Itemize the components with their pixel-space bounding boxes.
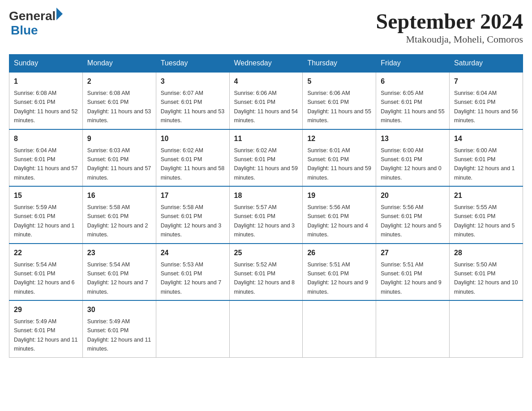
day-number: 24 [161,248,225,258]
header-day-monday: Monday [82,55,156,73]
day-info: Sunrise: 5:58 AMSunset: 6:01 PMDaylight:… [161,204,222,238]
day-number: 11 [234,133,298,144]
day-number: 18 [234,190,298,201]
calendar-cell: 11 Sunrise: 6:02 AMSunset: 6:01 PMDaylig… [229,129,303,187]
calendar-cell: 27 Sunrise: 5:51 AMSunset: 6:01 PMDaylig… [376,244,450,301]
calendar-cell: 8 Sunrise: 6:04 AMSunset: 6:01 PMDayligh… [9,129,83,187]
day-info: Sunrise: 6:02 AMSunset: 6:01 PMDaylight:… [234,147,298,181]
day-number: 21 [454,190,518,201]
day-info: Sunrise: 5:54 AMSunset: 6:01 PMDaylight:… [87,261,148,295]
day-number: 14 [454,133,518,144]
day-info: Sunrise: 6:05 AMSunset: 6:01 PMDaylight:… [381,90,444,124]
calendar-cell: 17 Sunrise: 5:58 AMSunset: 6:01 PMDaylig… [156,186,229,244]
header-row: SundayMondayTuesdayWednesdayThursdayFrid… [9,55,523,73]
day-info: Sunrise: 5:54 AMSunset: 6:01 PMDaylight:… [14,261,75,295]
calendar-cell: 3 Sunrise: 6:07 AMSunset: 6:01 PMDayligh… [156,72,229,129]
day-number: 9 [87,133,151,144]
calendar-cell: 24 Sunrise: 5:53 AMSunset: 6:01 PMDaylig… [156,244,229,301]
calendar-cell: 16 Sunrise: 5:58 AMSunset: 6:01 PMDaylig… [82,186,156,244]
day-number: 17 [161,190,225,201]
day-info: Sunrise: 5:58 AMSunset: 6:01 PMDaylight:… [87,204,148,238]
calendar-subtitle: Mtakoudja, Moheli, Comoros [376,34,523,45]
day-number: 10 [161,133,225,144]
logo-general: General [9,9,56,23]
header-day-sunday: Sunday [9,55,83,73]
week-row-5: 29 Sunrise: 5:49 AMSunset: 6:01 PMDaylig… [9,300,523,357]
day-info: Sunrise: 6:08 AMSunset: 6:01 PMDaylight:… [14,90,77,124]
day-number: 15 [14,190,78,201]
day-info: Sunrise: 5:51 AMSunset: 6:01 PMDaylight:… [307,261,368,295]
calendar-cell: 10 Sunrise: 6:02 AMSunset: 6:01 PMDaylig… [156,129,229,187]
page-header: General Blue September 2024 Mtakoudja, M… [9,9,523,45]
day-number: 8 [14,133,78,144]
calendar-cell: 25 Sunrise: 5:52 AMSunset: 6:01 PMDaylig… [229,244,303,301]
day-info: Sunrise: 5:56 AMSunset: 6:01 PMDaylight:… [307,204,368,238]
calendar-cell: 19 Sunrise: 5:56 AMSunset: 6:01 PMDaylig… [303,186,376,244]
logo: General Blue [9,9,63,38]
day-info: Sunrise: 5:59 AMSunset: 6:01 PMDaylight:… [14,204,75,238]
title-block: September 2024 Mtakoudja, Moheli, Comoro… [376,9,523,45]
header-day-saturday: Saturday [450,55,523,73]
day-info: Sunrise: 6:04 AMSunset: 6:01 PMDaylight:… [14,147,77,181]
calendar-title: September 2024 [376,9,523,34]
day-number: 5 [307,76,371,87]
calendar-cell: 9 Sunrise: 6:03 AMSunset: 6:01 PMDayligh… [82,129,156,187]
day-info: Sunrise: 5:49 AMSunset: 6:01 PMDaylight:… [87,318,151,352]
calendar-table: SundayMondayTuesdayWednesdayThursdayFrid… [9,54,523,358]
calendar-cell: 7 Sunrise: 6:04 AMSunset: 6:01 PMDayligh… [450,72,523,129]
day-number: 25 [234,248,298,258]
calendar-cell: 21 Sunrise: 5:55 AMSunset: 6:01 PMDaylig… [450,186,523,244]
day-info: Sunrise: 6:06 AMSunset: 6:01 PMDaylight:… [234,90,298,124]
header-day-tuesday: Tuesday [156,55,229,73]
day-info: Sunrise: 5:52 AMSunset: 6:01 PMDaylight:… [234,261,295,295]
day-number: 6 [381,76,445,87]
day-info: Sunrise: 5:55 AMSunset: 6:01 PMDaylight:… [454,204,515,238]
day-info: Sunrise: 6:07 AMSunset: 6:01 PMDaylight:… [161,90,224,124]
calendar-cell: 22 Sunrise: 5:54 AMSunset: 6:01 PMDaylig… [9,244,83,301]
calendar-cell [229,300,303,357]
week-row-3: 15 Sunrise: 5:59 AMSunset: 6:01 PMDaylig… [9,186,523,244]
calendar-cell: 2 Sunrise: 6:08 AMSunset: 6:01 PMDayligh… [82,72,156,129]
day-number: 22 [14,248,78,258]
logo-blue: Blue [11,23,63,38]
week-row-1: 1 Sunrise: 6:08 AMSunset: 6:01 PMDayligh… [9,72,523,129]
day-number: 12 [307,133,371,144]
day-number: 20 [381,190,445,201]
calendar-cell: 18 Sunrise: 5:57 AMSunset: 6:01 PMDaylig… [229,186,303,244]
header-day-wednesday: Wednesday [229,55,303,73]
day-number: 27 [381,248,445,258]
day-info: Sunrise: 5:50 AMSunset: 6:01 PMDaylight:… [454,261,518,295]
day-info: Sunrise: 5:49 AMSunset: 6:01 PMDaylight:… [14,318,77,352]
day-info: Sunrise: 5:57 AMSunset: 6:01 PMDaylight:… [234,204,295,238]
day-number: 29 [14,304,78,315]
calendar-cell [303,300,376,357]
logo-triangle-icon [56,8,63,20]
day-number: 2 [87,76,151,87]
day-info: Sunrise: 6:01 AMSunset: 6:01 PMDaylight:… [307,147,371,181]
header-day-friday: Friday [376,55,450,73]
calendar-cell: 26 Sunrise: 5:51 AMSunset: 6:01 PMDaylig… [303,244,376,301]
calendar-cell: 5 Sunrise: 6:06 AMSunset: 6:01 PMDayligh… [303,72,376,129]
day-info: Sunrise: 6:08 AMSunset: 6:01 PMDaylight:… [87,90,151,124]
calendar-cell: 20 Sunrise: 5:56 AMSunset: 6:01 PMDaylig… [376,186,450,244]
day-number: 1 [14,76,78,87]
calendar-cell: 23 Sunrise: 5:54 AMSunset: 6:01 PMDaylig… [82,244,156,301]
calendar-cell [450,300,523,357]
day-number: 19 [307,190,371,201]
day-number: 23 [87,248,151,258]
day-info: Sunrise: 5:53 AMSunset: 6:01 PMDaylight:… [161,261,222,295]
day-number: 4 [234,76,298,87]
calendar-cell: 6 Sunrise: 6:05 AMSunset: 6:01 PMDayligh… [376,72,450,129]
week-row-4: 22 Sunrise: 5:54 AMSunset: 6:01 PMDaylig… [9,244,523,301]
day-number: 7 [454,76,518,87]
calendar-cell: 1 Sunrise: 6:08 AMSunset: 6:01 PMDayligh… [9,72,83,129]
day-info: Sunrise: 6:03 AMSunset: 6:01 PMDaylight:… [87,147,151,181]
calendar-cell: 29 Sunrise: 5:49 AMSunset: 6:01 PMDaylig… [9,300,83,357]
day-info: Sunrise: 6:00 AMSunset: 6:01 PMDaylight:… [381,147,442,181]
calendar-cell: 12 Sunrise: 6:01 AMSunset: 6:01 PMDaylig… [303,129,376,187]
calendar-cell: 30 Sunrise: 5:49 AMSunset: 6:01 PMDaylig… [82,300,156,357]
week-row-2: 8 Sunrise: 6:04 AMSunset: 6:01 PMDayligh… [9,129,523,187]
day-info: Sunrise: 5:51 AMSunset: 6:01 PMDaylight:… [381,261,442,295]
calendar-cell: 14 Sunrise: 6:00 AMSunset: 6:01 PMDaylig… [450,129,523,187]
calendar-cell: 4 Sunrise: 6:06 AMSunset: 6:01 PMDayligh… [229,72,303,129]
